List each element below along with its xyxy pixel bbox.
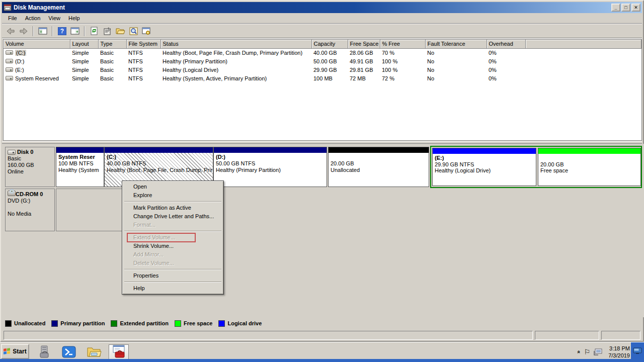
disk-management-app-icon[interactable] bbox=[109, 344, 129, 359]
col-volume[interactable]: Volume bbox=[4, 40, 70, 48]
menu-item-shrink-volume[interactable]: Shrink Volume... bbox=[123, 242, 222, 250]
primary-partition-band bbox=[214, 147, 327, 153]
start-button[interactable]: Start bbox=[1, 344, 29, 359]
maximize-button[interactable]: □ bbox=[621, 4, 630, 12]
cell-free-space: 28.06 GB bbox=[348, 48, 380, 57]
cell-status: Healthy (Logical Drive) bbox=[160, 65, 311, 74]
clock-date: 7/3/2019 bbox=[608, 352, 630, 358]
close-button[interactable]: ✕ bbox=[631, 4, 640, 12]
col-layout[interactable]: Layout bbox=[70, 40, 98, 48]
server-manager-icon[interactable] bbox=[36, 344, 53, 359]
menu-item-explore[interactable]: Explore bbox=[123, 191, 222, 200]
col-status[interactable]: Status bbox=[160, 40, 311, 48]
partition-status: Unallocated bbox=[331, 167, 428, 173]
unallocated-swatch bbox=[5, 320, 12, 327]
cdrom-label-panel[interactable]: CD-ROM 0 DVD (G:) No Media bbox=[5, 189, 55, 231]
menu-action[interactable]: Action bbox=[21, 14, 45, 23]
cdrom-name: CD-ROM 0 bbox=[16, 191, 43, 197]
volume-drive-icon bbox=[6, 76, 13, 80]
legend-bar: Unallocated Primary partition Extended p… bbox=[3, 318, 642, 328]
partition-status: Free space bbox=[540, 167, 640, 173]
col-free-space[interactable]: Free Space bbox=[348, 40, 380, 48]
file-explorer-icon[interactable] bbox=[86, 344, 103, 359]
legend-extended-partition: Extended partition bbox=[111, 320, 169, 327]
forward-icon[interactable] bbox=[18, 26, 29, 37]
col-fault-tolerance[interactable]: Fault Tolerance bbox=[425, 40, 487, 48]
menu-file[interactable]: File bbox=[4, 14, 21, 23]
context-menu: Open Explore Mark Partition as Active Ch… bbox=[122, 180, 224, 295]
find-icon[interactable] bbox=[128, 26, 139, 37]
help-icon[interactable]: ? bbox=[56, 26, 67, 37]
console-tree-icon[interactable] bbox=[37, 26, 48, 37]
clock[interactable]: 3:18 PM 7/3/2019 bbox=[608, 345, 630, 359]
menu-item-extend-volume[interactable]: Extend Volume... bbox=[123, 233, 222, 242]
settings-icon[interactable] bbox=[141, 26, 152, 37]
col-file-system[interactable]: File System bbox=[126, 40, 160, 48]
volume-drive-icon bbox=[6, 67, 13, 72]
properties-icon[interactable] bbox=[102, 26, 113, 37]
cdrom-row: CD-ROM 0 DVD (G:) No Media bbox=[5, 189, 642, 231]
menu-item-add-mirror[interactable]: Add Mirror... bbox=[123, 250, 222, 259]
refresh-icon[interactable] bbox=[89, 26, 100, 37]
cdrom-icon bbox=[8, 191, 16, 196]
volume-row-system-reserved[interactable]: System Reserved Simple Basic NTFS Health… bbox=[4, 74, 641, 82]
partition-status: Healthy (Primary Partition) bbox=[216, 167, 326, 173]
menu-item-format[interactable]: Format... bbox=[123, 221, 222, 229]
menu-item-open[interactable]: Open bbox=[123, 183, 222, 191]
open-folder-icon[interactable] bbox=[115, 26, 126, 37]
partition-name bbox=[331, 154, 428, 160]
cell-status: Healthy (System, Active, Primary Partiti… bbox=[160, 74, 311, 82]
volumes-table: Volume Layout Type File System Status Ca… bbox=[4, 40, 641, 82]
menu-help[interactable]: Help bbox=[64, 14, 84, 23]
volume-row-c[interactable]: (C:) Simple Basic NTFS Healthy (Boot, Pa… bbox=[4, 48, 641, 57]
menu-view[interactable]: View bbox=[44, 14, 64, 23]
legend-primary-partition: Primary partition bbox=[51, 320, 105, 327]
col-type[interactable]: Type bbox=[98, 40, 126, 48]
disk0-label-panel[interactable]: Disk 0 Basic 160.00 GB Online bbox=[5, 147, 55, 187]
back-icon[interactable] bbox=[5, 26, 16, 37]
flag-icon[interactable]: ⚐ bbox=[584, 348, 591, 356]
partition-system-reserved[interactable]: System Reser 100 MB NTFS Healthy (System bbox=[56, 147, 104, 187]
partition-e[interactable]: (E:) 29.90 GB NTFS Healthy (Logical Driv… bbox=[432, 148, 536, 186]
cell-fs: NTFS bbox=[126, 57, 160, 65]
volume-name: System Reserved bbox=[15, 75, 59, 81]
menu-item-help[interactable]: Help bbox=[123, 284, 222, 293]
volume-row-d[interactable]: (D:) Simple Basic NTFS Healthy (Primary … bbox=[4, 57, 641, 65]
menu-separator bbox=[124, 231, 221, 232]
menu-item-change-drive-letter[interactable]: Change Drive Letter and Paths... bbox=[123, 212, 222, 221]
menu-item-delete-volume[interactable]: Delete Volume... bbox=[123, 259, 222, 267]
volume-row-e[interactable]: (E:) Simple Basic NTFS Healthy (Logical … bbox=[4, 65, 641, 74]
partition-size: 100 MB NTFS bbox=[58, 160, 103, 167]
action-pane-icon[interactable] bbox=[69, 26, 80, 37]
cell-free-space: 72 MB bbox=[348, 74, 380, 82]
toolbar: ? bbox=[2, 24, 642, 38]
menu-item-properties[interactable]: Properties bbox=[123, 272, 222, 280]
powershell-icon[interactable] bbox=[60, 344, 77, 359]
status-panel bbox=[4, 331, 533, 340]
tray-expand-icon[interactable]: « bbox=[577, 350, 583, 353]
volume-list-panel: Volume Layout Type File System Status Ca… bbox=[3, 39, 642, 141]
cell-free-space: 49.91 GB bbox=[348, 57, 380, 65]
minimize-button[interactable]: _ bbox=[611, 4, 620, 12]
toolbar-separator bbox=[52, 26, 53, 36]
system-tray: « ⚐ 3:18 PM 7/3/2019 bbox=[578, 343, 630, 360]
logical-drive-band bbox=[433, 148, 536, 154]
partition-status: Healthy (System bbox=[58, 167, 103, 173]
free-space-region[interactable]: 20.00 GB Free space bbox=[538, 148, 641, 186]
show-desktop-button[interactable] bbox=[631, 342, 644, 359]
partition-name: (D:) bbox=[216, 154, 326, 160]
partition-d[interactable]: (D:) 50.00 GB NTFS Healthy (Primary Part… bbox=[213, 147, 327, 187]
volume-name: (D:) bbox=[15, 58, 24, 64]
col-overhead[interactable]: Overhead bbox=[487, 40, 525, 48]
network-icon[interactable] bbox=[593, 348, 603, 356]
partition-name: System Reser bbox=[58, 154, 103, 160]
col-capacity[interactable]: Capacity bbox=[311, 40, 348, 48]
cell-type: Basic bbox=[98, 48, 126, 57]
menu-item-mark-partition-active[interactable]: Mark Partition as Active bbox=[123, 204, 222, 212]
cell-capacity: 100 MB bbox=[311, 74, 348, 82]
titlebar[interactable]: Disk Management _ □ ✕ bbox=[2, 2, 642, 13]
unallocated-region[interactable]: 20.00 GB Unallocated bbox=[328, 147, 429, 187]
cell-type: Basic bbox=[98, 57, 126, 65]
partition-name: (C:) bbox=[107, 154, 212, 160]
col-pct-free[interactable]: % Free bbox=[380, 40, 425, 48]
